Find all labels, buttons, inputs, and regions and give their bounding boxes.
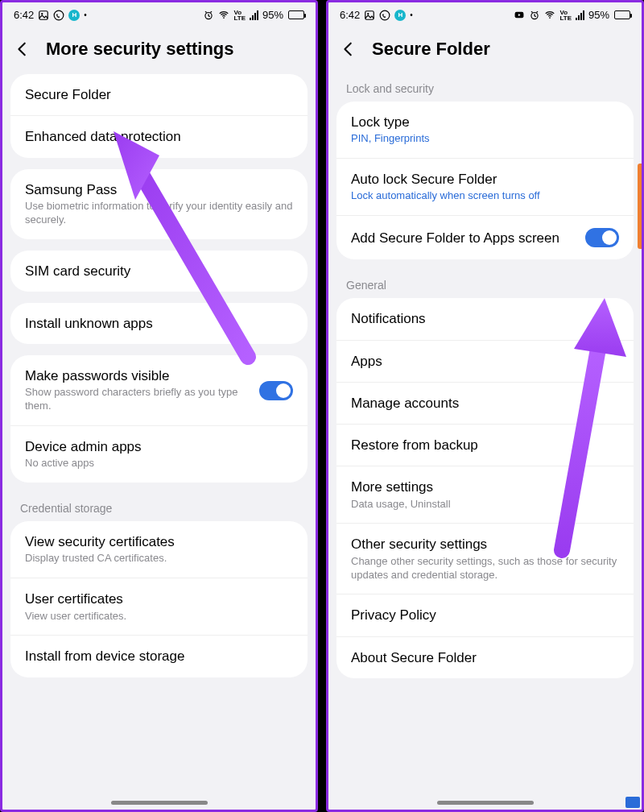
status-bar: 6:42 H • VoLTE 95%: [2, 2, 316, 24]
item-restore-backup[interactable]: Restore from backup: [336, 425, 634, 466]
dot-icon: •: [410, 10, 413, 19]
item-subtitle: PIN, Fingerprints: [351, 132, 619, 146]
item-title: View security certificates: [25, 533, 293, 550]
item-passwords-visible[interactable]: Make passwords visible Show password cha…: [10, 355, 308, 426]
item-title: Restore from backup: [351, 437, 619, 454]
card-sim: SIM card security: [10, 251, 308, 292]
battery-pct: 95%: [262, 9, 283, 21]
status-time: 6:42: [14, 9, 34, 21]
wifi-icon: [544, 10, 555, 21]
svg-point-10: [550, 17, 551, 19]
corner-badge-icon: [625, 797, 640, 808]
item-title: Lock type: [351, 114, 619, 130]
section-general: General: [328, 271, 642, 298]
item-title: Manage accounts: [351, 395, 619, 412]
dot-icon: •: [84, 10, 87, 19]
nav-bar[interactable]: [111, 801, 208, 805]
item-enhanced-data[interactable]: Enhanced data protection: [10, 116, 308, 157]
youtube-icon: [514, 10, 525, 21]
card-credentials: View security certificates Display trust…: [10, 521, 308, 677]
card-lock-security: Lock type PIN, Fingerprints Auto lock Se…: [336, 102, 634, 259]
hz-badge-icon: H: [394, 10, 406, 21]
item-subtitle: No active apps: [25, 457, 293, 470]
gallery-icon: [364, 10, 375, 21]
item-title: Secure Folder: [25, 86, 293, 103]
add-to-apps-toggle[interactable]: [585, 228, 619, 247]
section-credential-storage: Credential storage: [2, 494, 316, 521]
item-add-to-apps[interactable]: Add Secure Folder to Apps screen: [336, 216, 634, 259]
item-secure-folder[interactable]: Secure Folder: [10, 74, 308, 116]
item-title: More settings: [351, 478, 619, 495]
card-unknown-apps: Install unknown apps: [10, 303, 308, 344]
nav-bar[interactable]: [437, 801, 534, 805]
lte-icon: VoLTE: [233, 10, 246, 21]
item-title: Make passwords visible: [25, 367, 251, 384]
item-subtitle: Lock automatically when screen turns off: [351, 189, 619, 203]
section-lock-security: Lock and security: [328, 74, 642, 102]
item-title: Device admin apps: [25, 438, 293, 455]
lte-icon: VoLTE: [559, 10, 572, 21]
item-subtitle: View user certificates.: [25, 610, 293, 624]
item-sim-security[interactable]: SIM card security: [10, 251, 308, 292]
item-title: Install from device storage: [25, 648, 293, 665]
battery-icon: [288, 10, 304, 19]
item-samsung-pass[interactable]: Samsung Pass Use biometric information t…: [10, 169, 308, 239]
item-install-storage[interactable]: Install from device storage: [10, 636, 308, 677]
page-title: Secure Folder: [372, 39, 490, 60]
alarm-icon: [203, 10, 214, 21]
item-title: User certificates: [25, 590, 293, 607]
whatsapp-icon: [53, 10, 64, 21]
back-button[interactable]: [340, 40, 357, 58]
page-header: Secure Folder: [328, 24, 642, 74]
svg-point-1: [41, 13, 43, 14]
gallery-icon: [38, 10, 49, 21]
item-other-security[interactable]: Other security settings Change other sec…: [336, 524, 634, 594]
item-unknown-apps[interactable]: Install unknown apps: [10, 303, 308, 344]
item-subtitle: Data usage, Uninstall: [351, 498, 619, 512]
item-subtitle: Change other security settings, such as …: [351, 555, 619, 582]
wifi-icon: [218, 10, 229, 21]
item-user-certs[interactable]: User certificates View user certificates…: [10, 578, 308, 636]
page-title: More security settings: [46, 39, 234, 60]
item-title: Notifications: [351, 310, 619, 327]
item-about[interactable]: About Secure Folder: [336, 637, 634, 678]
hz-badge-icon: H: [68, 10, 80, 21]
item-apps[interactable]: Apps: [336, 341, 634, 383]
card-secure: Secure Folder Enhanced data protection: [10, 74, 308, 158]
card-general: Notifications Apps Manage accounts Resto…: [336, 298, 634, 678]
phone-more-security: 6:42 H • VoLTE 95% More sec: [0, 0, 318, 812]
item-subtitle: Use biometric information to verify your…: [25, 200, 293, 227]
alarm-icon: [529, 10, 540, 21]
item-title: Other security settings: [351, 536, 619, 553]
item-title: Enhanced data protection: [25, 128, 293, 145]
item-title: Auto lock Secure Folder: [351, 171, 619, 188]
item-device-admin[interactable]: Device admin apps No active apps: [10, 426, 308, 483]
item-more-settings[interactable]: More settings Data usage, Uninstall: [336, 466, 634, 524]
item-auto-lock[interactable]: Auto lock Secure Folder Lock automatical…: [336, 159, 634, 216]
svg-point-7: [380, 10, 390, 20]
item-title: Add Secure Folder to Apps screen: [351, 230, 577, 246]
item-privacy-policy[interactable]: Privacy Policy: [336, 594, 634, 636]
svg-point-2: [54, 10, 64, 20]
back-button[interactable]: [14, 40, 31, 58]
item-lock-type[interactable]: Lock type PIN, Fingerprints: [336, 102, 634, 159]
item-title: SIM card security: [25, 263, 293, 280]
phone-secure-folder: 6:42 H • VoLTE 95%: [326, 0, 644, 812]
item-manage-accounts[interactable]: Manage accounts: [336, 383, 634, 425]
battery-icon: [614, 10, 630, 19]
item-title: About Secure Folder: [351, 649, 619, 666]
passwords-visible-toggle[interactable]: [259, 381, 293, 400]
battery-pct: 95%: [588, 9, 609, 21]
svg-rect-5: [365, 10, 374, 19]
signal-icon: [250, 10, 258, 20]
status-bar: 6:42 H • VoLTE 95%: [328, 2, 642, 24]
item-title: Samsung Pass: [25, 181, 293, 198]
item-subtitle: Display trusted CA certificates.: [25, 552, 293, 566]
whatsapp-icon: [379, 10, 390, 21]
item-notifications[interactable]: Notifications: [336, 298, 634, 340]
item-title: Install unknown apps: [25, 315, 293, 332]
item-title: Apps: [351, 353, 619, 370]
item-view-certs[interactable]: View security certificates Display trust…: [10, 521, 308, 578]
page-header: More security settings: [2, 24, 316, 74]
signal-icon: [576, 10, 584, 20]
